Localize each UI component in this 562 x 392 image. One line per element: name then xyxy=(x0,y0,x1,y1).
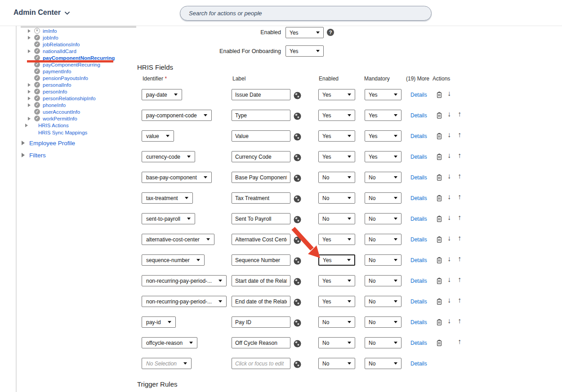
delete-icon[interactable] xyxy=(436,91,443,98)
delete-icon[interactable] xyxy=(436,318,443,326)
mandatory-select[interactable]: Yes xyxy=(365,110,401,121)
mandatory-select[interactable]: No xyxy=(365,234,401,245)
label-input[interactable] xyxy=(232,254,290,266)
onboarding-select[interactable]: Yes xyxy=(285,45,324,57)
delete-icon[interactable] xyxy=(436,339,443,347)
delete-icon[interactable] xyxy=(436,215,443,223)
globe-icon[interactable] xyxy=(294,278,301,285)
mandatory-select[interactable]: No xyxy=(365,172,401,183)
expand-arrow-icon[interactable] xyxy=(28,29,32,33)
move-down-icon[interactable]: ↓ xyxy=(447,296,451,304)
identifier-select[interactable]: sequence-number xyxy=(142,254,205,266)
details-link[interactable]: Details xyxy=(410,340,427,346)
mandatory-select[interactable]: No xyxy=(365,296,401,307)
move-up-icon[interactable]: ↑ xyxy=(458,131,461,139)
delete-icon[interactable] xyxy=(436,236,443,243)
identifier-select[interactable]: pay-date xyxy=(142,89,182,100)
move-up-icon[interactable]: ↑ xyxy=(458,110,461,118)
enabled-select[interactable]: Yes xyxy=(318,130,355,142)
enabled-select[interactable]: Yes xyxy=(318,89,355,100)
tree-item-personalinfo[interactable]: ✓personalInfo xyxy=(16,81,151,88)
label-input[interactable] xyxy=(232,151,290,162)
details-link[interactable]: Details xyxy=(410,92,427,98)
move-down-icon[interactable]: ↓ xyxy=(447,110,451,118)
enabled-select[interactable]: Yes xyxy=(285,27,324,38)
enabled-select[interactable]: No xyxy=(318,358,355,369)
label-input[interactable] xyxy=(232,89,290,100)
globe-icon[interactable] xyxy=(294,298,301,306)
move-down-icon[interactable]: ↓ xyxy=(447,234,451,242)
move-up-icon[interactable]: ↑ xyxy=(458,338,461,346)
move-down-icon[interactable]: ↓ xyxy=(447,131,451,139)
move-up-icon[interactable]: ↑ xyxy=(458,317,461,325)
enabled-select[interactable]: No xyxy=(318,172,355,183)
label-input[interactable] xyxy=(232,275,290,286)
admin-center-menu[interactable]: Admin Center xyxy=(13,9,70,17)
identifier-select[interactable]: pay-component-code xyxy=(142,110,212,121)
move-up-icon[interactable]: ↑ xyxy=(458,296,461,304)
identifier-select[interactable]: base-pay-component xyxy=(142,172,212,183)
identifier-select[interactable]: sent-to-payroll xyxy=(142,213,195,224)
globe-icon[interactable] xyxy=(294,112,301,120)
help-icon[interactable] xyxy=(327,29,334,36)
label-input[interactable] xyxy=(232,192,290,204)
mandatory-select[interactable]: No xyxy=(365,358,401,369)
enabled-select[interactable]: Yes xyxy=(318,110,355,121)
details-link[interactable]: Details xyxy=(410,174,427,181)
delete-icon[interactable] xyxy=(436,298,443,305)
details-link[interactable]: Details xyxy=(410,361,427,367)
delete-icon[interactable] xyxy=(436,174,443,181)
globe-icon[interactable] xyxy=(294,361,301,368)
label-input[interactable] xyxy=(232,337,290,348)
details-link[interactable]: Details xyxy=(410,319,427,325)
identifier-select[interactable]: No Selection xyxy=(142,358,192,369)
globe-icon[interactable] xyxy=(294,340,301,347)
mandatory-select[interactable]: Yes xyxy=(365,89,401,100)
label-input[interactable] xyxy=(232,213,290,224)
tree-item-phoneinfo[interactable]: ✓phoneInfo xyxy=(16,102,151,108)
label-input[interactable] xyxy=(232,316,290,328)
label-input[interactable] xyxy=(232,110,290,121)
move-down-icon[interactable]: ↓ xyxy=(447,193,451,201)
move-up-icon[interactable]: ↑ xyxy=(458,276,461,284)
globe-icon[interactable] xyxy=(294,216,301,223)
enabled-select[interactable]: Yes xyxy=(318,151,355,162)
details-link[interactable]: Details xyxy=(410,236,427,243)
expand-arrow-icon[interactable] xyxy=(25,124,29,127)
identifier-select[interactable]: value xyxy=(142,130,174,142)
globe-icon[interactable] xyxy=(294,154,301,161)
mandatory-select[interactable]: No xyxy=(365,254,401,266)
enabled-select[interactable]: No xyxy=(318,337,355,348)
enabled-select[interactable]: No xyxy=(318,192,355,204)
label-input[interactable] xyxy=(232,296,290,307)
delete-icon[interactable] xyxy=(436,256,443,264)
details-link[interactable]: Details xyxy=(410,133,427,139)
identifier-select[interactable]: offcycle-reason xyxy=(142,337,197,348)
mandatory-select[interactable]: No xyxy=(365,213,401,224)
search-input[interactable] xyxy=(188,9,424,17)
delete-icon[interactable] xyxy=(436,132,443,140)
details-link[interactable]: Details xyxy=(410,216,427,222)
details-link[interactable]: Details xyxy=(410,154,427,160)
move-down-icon[interactable]: ↓ xyxy=(447,214,451,222)
expand-arrow-icon[interactable] xyxy=(28,83,32,87)
tree-item-hris-actions[interactable]: HRIS Actions xyxy=(16,122,151,129)
tree-item-nationalidcard[interactable]: ✓nationalIdCard xyxy=(16,48,151,54)
identifier-select[interactable]: non-recurring-pay-period-... xyxy=(142,296,227,307)
move-up-icon[interactable]: ↑ xyxy=(458,234,461,242)
globe-icon[interactable] xyxy=(294,319,301,327)
tree-item-pensionpayoutsinfo[interactable]: ✓pensionPayoutsInfo xyxy=(16,75,151,81)
globe-icon[interactable] xyxy=(294,174,301,182)
identifier-select[interactable]: alternative-cost-center xyxy=(142,234,214,245)
enabled-select[interactable]: No xyxy=(318,316,355,328)
globe-icon[interactable] xyxy=(294,92,301,99)
move-down-icon[interactable]: ↓ xyxy=(447,276,451,284)
tree-item-jobrelationsinfo[interactable]: ✓jobRelationsInfo xyxy=(16,41,151,48)
move-down-icon[interactable]: ↓ xyxy=(447,89,451,98)
label-input[interactable] xyxy=(232,172,290,183)
move-down-icon[interactable]: ↓ xyxy=(447,255,451,263)
globe-icon[interactable] xyxy=(294,133,301,141)
identifier-select[interactable]: tax-treatment xyxy=(142,192,193,204)
details-link[interactable]: Details xyxy=(410,195,427,201)
delete-icon[interactable] xyxy=(436,194,443,202)
